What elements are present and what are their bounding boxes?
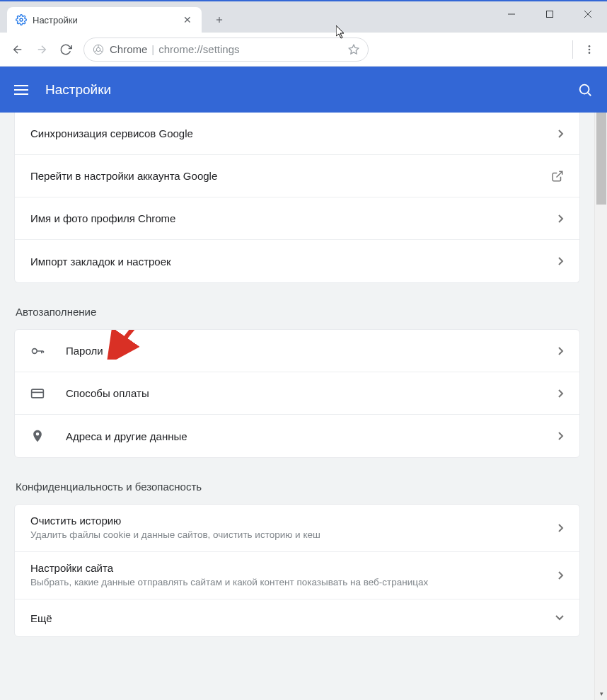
- svg-line-13: [100, 50, 103, 52]
- svg-point-22: [33, 348, 37, 353]
- settings-header: Настройки: [0, 67, 607, 113]
- minimize-button[interactable]: [492, 1, 531, 27]
- profile-name-photo-row[interactable]: Имя и фото профиля Chrome: [15, 197, 579, 240]
- close-tab-icon[interactable]: ✕: [180, 13, 195, 27]
- row-label: Синхронизация сервисов Google: [30, 127, 551, 139]
- svg-point-17: [589, 52, 591, 54]
- svg-line-12: [94, 50, 97, 52]
- row-label: Перейти в настройки аккаунта Google: [30, 170, 551, 182]
- forward-button[interactable]: [30, 38, 54, 62]
- omnibox-separator: |: [151, 43, 154, 55]
- browser-tab[interactable]: Настройки ✕: [7, 7, 202, 33]
- browser-menu-button[interactable]: [577, 38, 601, 62]
- row-label: Пароли: [66, 345, 551, 357]
- chevron-down-icon: [555, 615, 564, 621]
- clear-browsing-data-row[interactable]: Очистить историю Удалить файлы cookie и …: [15, 505, 579, 552]
- autofill-card: Пароли Способы оплаты Адреса и другие да…: [14, 329, 580, 458]
- row-label: Импорт закладок и настроек: [30, 256, 551, 268]
- hamburger-menu-icon[interactable]: [14, 81, 33, 99]
- credit-card-icon: [30, 386, 50, 401]
- omnibox-site-label: Chrome: [110, 43, 147, 55]
- maximize-button[interactable]: [531, 1, 569, 27]
- scrollbar-thumb[interactable]: [596, 113, 606, 205]
- row-label: Имя и фото профиля Chrome: [30, 212, 551, 224]
- row-label: Ещё: [30, 612, 548, 624]
- address-bar[interactable]: Chrome | chrome://settings: [83, 38, 369, 62]
- page-title: Настройки: [45, 82, 111, 98]
- chevron-right-icon: [558, 389, 564, 398]
- svg-point-18: [580, 84, 589, 93]
- svg-rect-4: [547, 11, 553, 18]
- back-button[interactable]: [6, 38, 30, 62]
- chevron-right-icon: [558, 257, 564, 265]
- toolbar-divider: [572, 40, 573, 59]
- browser-toolbar: Chrome | chrome://settings: [0, 33, 607, 67]
- more-privacy-row[interactable]: Ещё: [15, 599, 579, 636]
- svg-point-16: [589, 48, 591, 50]
- addresses-row[interactable]: Адреса и другие данные: [15, 415, 579, 457]
- people-section-card: Синхронизация сервисов Google Перейти в …: [14, 113, 580, 283]
- row-label: Способы оплаты: [66, 387, 551, 399]
- import-bookmarks-row[interactable]: Импорт закладок и настроек: [15, 240, 579, 282]
- privacy-card: Очистить историю Удалить файлы cookie и …: [14, 504, 580, 637]
- scrollbar-down-arrow-icon[interactable]: ▾: [595, 687, 607, 700]
- external-link-icon: [551, 170, 564, 183]
- gear-icon: [16, 14, 27, 25]
- sync-services-row[interactable]: Синхронизация сервисов Google: [15, 113, 579, 155]
- row-label: Очистить историю: [30, 515, 551, 527]
- bookmark-star-icon[interactable]: [348, 44, 359, 55]
- chevron-right-icon: [558, 130, 564, 138]
- search-settings-icon[interactable]: [577, 82, 593, 98]
- row-label: Адреса и другие данные: [66, 430, 551, 442]
- row-label: Настройки сайта: [30, 562, 551, 574]
- row-subtitle: Удалить файлы cookie и данные сайтов, оч…: [30, 529, 551, 541]
- site-settings-row[interactable]: Настройки сайта Выбрать, какие данные от…: [15, 552, 579, 599]
- settings-content: Синхронизация сервисов Google Перейти в …: [0, 113, 594, 700]
- chevron-right-icon: [558, 571, 564, 580]
- svg-line-19: [588, 93, 591, 96]
- chevron-right-icon: [558, 524, 564, 532]
- svg-marker-14: [349, 45, 358, 54]
- passwords-row[interactable]: Пароли: [15, 330, 579, 372]
- reload-button[interactable]: [54, 38, 78, 62]
- location-pin-icon: [30, 429, 50, 443]
- omnibox-url: chrome://settings: [158, 43, 342, 55]
- chevron-right-icon: [558, 347, 564, 355]
- tab-title: Настройки: [33, 15, 180, 25]
- svg-point-0: [20, 18, 23, 21]
- svg-line-20: [557, 171, 562, 177]
- window-titlebar: Настройки ✕: [0, 1, 607, 33]
- svg-point-10: [96, 47, 100, 51]
- row-subtitle: Выбрать, какие данные отправлять сайтам …: [30, 576, 551, 589]
- svg-rect-26: [32, 389, 44, 398]
- key-icon: [30, 344, 50, 358]
- new-tab-button[interactable]: [209, 9, 230, 30]
- chevron-right-icon: [558, 214, 564, 223]
- close-window-button[interactable]: [569, 1, 607, 27]
- privacy-section-title: Конфиденциальность и безопасность: [16, 481, 579, 493]
- payment-methods-row[interactable]: Способы оплаты: [15, 372, 579, 415]
- svg-point-15: [589, 45, 591, 47]
- window-controls: [492, 1, 607, 33]
- chevron-right-icon: [558, 432, 564, 440]
- chrome-icon: [93, 44, 104, 55]
- vertical-scrollbar[interactable]: ▾: [594, 113, 607, 700]
- autofill-section-title: Автозаполнение: [16, 306, 579, 318]
- google-account-row[interactable]: Перейти в настройки аккаунта Google: [15, 155, 579, 197]
